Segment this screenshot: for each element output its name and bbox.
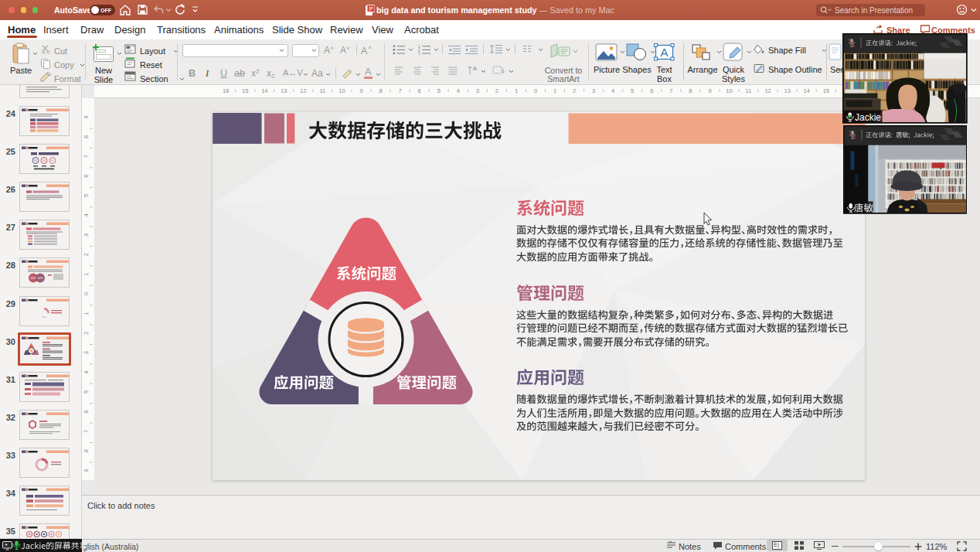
svg-text:9: 9: [83, 469, 90, 472]
svg-text:7: 7: [83, 430, 90, 433]
svg-text:5: 5: [437, 87, 441, 94]
svg-text:1: 1: [553, 87, 556, 94]
svg-text:8: 8: [689, 87, 692, 94]
svg-text:13: 13: [281, 87, 287, 94]
svg-text:8: 8: [83, 449, 90, 452]
svg-text:4: 4: [83, 371, 90, 374]
svg-text:2: 2: [83, 253, 90, 256]
svg-text:6: 6: [650, 87, 653, 94]
svg-text:2: 2: [83, 332, 90, 335]
svg-text:4: 4: [457, 87, 460, 94]
svg-text:4: 4: [611, 87, 614, 94]
svg-text:1: 1: [515, 87, 518, 94]
svg-text:3: 3: [476, 87, 479, 94]
svg-text:15: 15: [242, 87, 248, 94]
svg-text:3: 3: [83, 233, 90, 237]
svg-text:16: 16: [223, 87, 229, 94]
svg-text:1: 1: [83, 312, 90, 315]
svg-text:9%: 9%: [34, 159, 38, 162]
svg-text:10: 10: [726, 87, 732, 94]
svg-text:8: 8: [379, 87, 383, 94]
svg-text:7: 7: [83, 155, 90, 158]
svg-text:2: 2: [495, 87, 499, 94]
svg-text:15: 15: [823, 87, 829, 94]
svg-text:A: A: [361, 46, 368, 56]
svg-text:6: 6: [83, 175, 90, 178]
svg-text:2: 2: [573, 87, 576, 94]
svg-text:14: 14: [261, 87, 267, 94]
svg-text:8: 8: [83, 135, 90, 138]
svg-text:12: 12: [764, 87, 771, 94]
svg-text:A: A: [660, 46, 668, 59]
svg-text:11: 11: [746, 87, 752, 94]
svg-text:5: 5: [631, 87, 634, 94]
svg-text:A: A: [473, 66, 477, 71]
svg-text:6: 6: [83, 410, 90, 413]
svg-text:9: 9: [359, 87, 362, 94]
svg-text:1: 1: [83, 273, 90, 276]
svg-text:9: 9: [708, 87, 711, 94]
svg-text:3: 3: [83, 351, 90, 354]
svg-text:7: 7: [669, 87, 672, 94]
svg-text:50%: 50%: [30, 277, 36, 280]
svg-text:3: 3: [418, 53, 420, 56]
svg-text:7: 7: [399, 87, 402, 94]
svg-text:12: 12: [300, 87, 306, 94]
svg-text:13: 13: [784, 87, 791, 94]
svg-text:0: 0: [534, 87, 537, 94]
svg-text:5: 5: [83, 390, 90, 394]
svg-text:50%: 50%: [37, 277, 43, 280]
svg-text:P: P: [369, 6, 373, 12]
svg-text:0: 0: [83, 292, 90, 295]
svg-text:11: 11: [320, 87, 326, 94]
svg-text:5: 5: [83, 194, 90, 197]
svg-text:9%: 9%: [51, 159, 55, 162]
svg-text:10: 10: [339, 87, 345, 94]
svg-text:6: 6: [418, 87, 421, 94]
svg-text:3: 3: [592, 87, 595, 94]
svg-text:9%: 9%: [43, 159, 46, 162]
svg-text:9: 9: [83, 115, 90, 118]
svg-text:4: 4: [83, 213, 90, 216]
svg-text:14: 14: [804, 87, 810, 94]
